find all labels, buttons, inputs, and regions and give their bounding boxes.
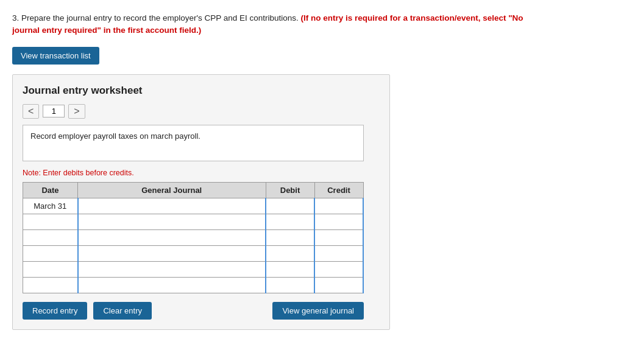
col-header-journal: General Journal <box>78 182 266 198</box>
worksheet-title: Journal entry worksheet <box>23 85 380 97</box>
description-text: Record employer payroll taxes on march p… <box>30 131 200 141</box>
debit-cell[interactable] <box>266 245 314 261</box>
credit-cell[interactable] <box>314 229 363 245</box>
credit-cell[interactable] <box>314 277 363 293</box>
debit-input[interactable] <box>266 246 314 261</box>
debit-cell[interactable] <box>266 229 314 245</box>
credit-input[interactable] <box>315 198 363 214</box>
journal-input[interactable] <box>79 278 266 293</box>
debit-cell[interactable] <box>266 198 314 214</box>
date-cell <box>23 261 78 277</box>
col-header-date: Date <box>23 182 78 198</box>
table-row: March 31 <box>23 198 364 214</box>
nav-next-button[interactable]: > <box>68 104 85 119</box>
note-text: Note: Enter debits before credits. <box>23 169 380 177</box>
date-cell <box>23 214 78 229</box>
credit-cell[interactable] <box>314 198 363 214</box>
journal-input[interactable] <box>79 230 266 245</box>
table-row <box>23 229 364 245</box>
debit-input[interactable] <box>266 230 314 245</box>
question-text: 3. Prepare the journal entry to record t… <box>12 12 530 37</box>
debit-cell[interactable] <box>266 261 314 277</box>
debit-input[interactable] <box>266 214 314 229</box>
date-cell <box>23 245 78 261</box>
journal-input[interactable] <box>79 198 266 214</box>
record-entry-button[interactable]: Record entry <box>23 302 87 320</box>
table-row <box>23 277 364 293</box>
nav-row: < > <box>23 104 380 119</box>
date-cell: March 31 <box>23 198 78 214</box>
journal-input[interactable] <box>79 214 266 229</box>
date-cell <box>23 277 78 293</box>
bottom-buttons: Record entry Clear entry View general jo… <box>23 302 364 320</box>
question-body: Prepare the journal entry to record the … <box>19 13 299 23</box>
question-number: 3. <box>12 13 19 23</box>
debit-cell[interactable] <box>266 277 314 293</box>
debit-cell[interactable] <box>266 214 314 229</box>
clear-entry-button[interactable]: Clear entry <box>93 302 152 320</box>
debit-input[interactable] <box>266 198 314 214</box>
view-general-journal-button[interactable]: View general journal <box>272 302 364 320</box>
description-box: Record employer payroll taxes on march p… <box>23 125 364 161</box>
page-number-input[interactable] <box>43 105 65 117</box>
table-row <box>23 261 364 277</box>
debit-input[interactable] <box>266 278 314 293</box>
view-transaction-button[interactable]: View transaction list <box>12 47 99 65</box>
journal-cell[interactable] <box>78 261 266 277</box>
table-row <box>23 245 364 261</box>
credit-input[interactable] <box>315 230 363 245</box>
debit-input[interactable] <box>266 262 314 277</box>
journal-table: Date General Journal Debit Credit March … <box>23 182 364 293</box>
journal-cell[interactable] <box>78 198 266 214</box>
table-row <box>23 214 364 229</box>
date-cell <box>23 229 78 245</box>
worksheet-container: Journal entry worksheet < > Record emplo… <box>12 74 390 330</box>
col-header-debit: Debit <box>266 182 314 198</box>
journal-input[interactable] <box>79 262 266 277</box>
credit-cell[interactable] <box>314 261 363 277</box>
journal-cell[interactable] <box>78 214 266 229</box>
journal-cell[interactable] <box>78 245 266 261</box>
credit-input[interactable] <box>315 278 363 293</box>
journal-cell[interactable] <box>78 229 266 245</box>
credit-cell[interactable] <box>314 245 363 261</box>
credit-cell[interactable] <box>314 214 363 229</box>
credit-input[interactable] <box>315 214 363 229</box>
journal-cell[interactable] <box>78 277 266 293</box>
journal-input[interactable] <box>79 246 266 261</box>
credit-input[interactable] <box>315 262 363 277</box>
credit-input[interactable] <box>315 246 363 261</box>
col-header-credit: Credit <box>314 182 363 198</box>
nav-prev-button[interactable]: < <box>23 104 39 119</box>
